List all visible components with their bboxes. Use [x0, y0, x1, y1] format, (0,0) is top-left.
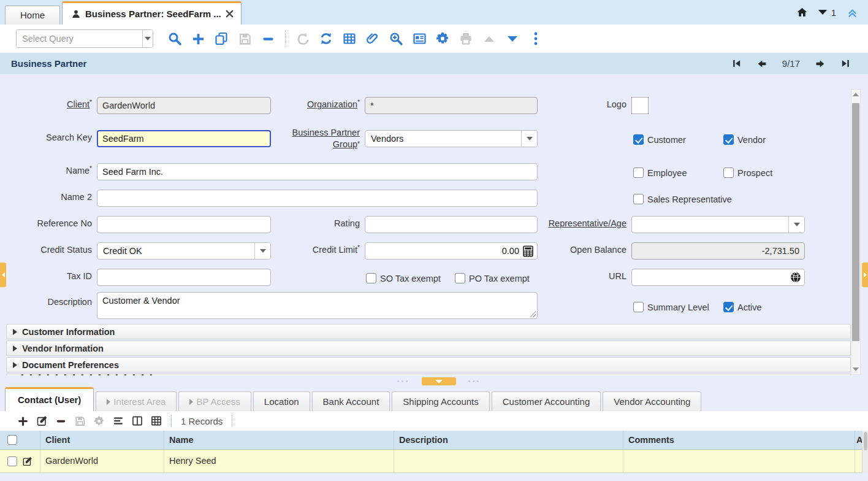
tab-vendor-accounting[interactable]: Vendor Accounting — [603, 391, 701, 411]
prospect-checkbox[interactable]: Prospect — [723, 167, 772, 178]
process-button[interactable] — [431, 29, 454, 48]
chevron-right-icon — [13, 345, 17, 352]
bp-group-dropdown-button[interactable] — [521, 131, 537, 147]
detail-columns-button[interactable] — [128, 413, 147, 429]
detail-list-toggle-button[interactable] — [108, 413, 128, 429]
tab-bp-access[interactable]: BP Access — [178, 391, 251, 411]
splitter-collapse-handle[interactable] — [422, 377, 456, 385]
client-label[interactable]: Client* — [12, 99, 92, 109]
close-icon[interactable] — [226, 10, 234, 18]
detail-grid-button[interactable] — [147, 413, 166, 429]
select-query-input[interactable] — [17, 30, 142, 47]
print-button[interactable] — [454, 29, 478, 48]
tax-id-field[interactable] — [97, 269, 271, 286]
row-checkbox[interactable] — [7, 456, 17, 466]
last-record-button[interactable] — [840, 58, 851, 69]
detail-delete-button[interactable] — [51, 413, 70, 429]
so-tax-exempt-checkbox[interactable]: SO Tax exempt — [366, 273, 441, 283]
calculator-icon[interactable] — [522, 245, 535, 258]
desktop-list-caret-icon[interactable] — [818, 10, 827, 15]
row-select-cell — [0, 450, 40, 472]
collapse-up-button[interactable] — [478, 29, 501, 48]
column-header-client[interactable]: Client — [40, 431, 164, 449]
credit-limit-field[interactable]: 0.00 — [365, 242, 538, 260]
table-row[interactable]: GardenWorld Henry Seed — [0, 450, 862, 473]
tab-location[interactable]: Location — [253, 391, 310, 411]
scroll-down-button[interactable] — [851, 364, 860, 374]
delete-record-button[interactable] — [256, 29, 280, 48]
detail-save-button[interactable] — [70, 413, 89, 429]
logo-image-box[interactable] — [631, 97, 649, 114]
select-all-checkbox[interactable] — [7, 435, 17, 445]
column-header-active-clipped[interactable]: A — [855, 431, 862, 449]
credit-status-value[interactable]: Credit OK — [97, 243, 254, 259]
copy-record-button[interactable] — [210, 29, 233, 48]
west-panel-toggle[interactable] — [0, 263, 6, 287]
section-document-preferences[interactable]: Document Preferences — [6, 357, 851, 372]
summary-level-checkbox[interactable]: Summary Level — [633, 302, 709, 312]
search-key-input[interactable] — [97, 130, 271, 147]
resize-handle-icon[interactable] — [530, 311, 536, 317]
scroll-up-button[interactable] — [851, 90, 860, 99]
form-scrollbar[interactable] — [851, 89, 861, 375]
column-header-comments[interactable]: Comments — [623, 431, 855, 449]
column-header-description[interactable]: Description — [394, 431, 623, 449]
url-field[interactable] — [631, 269, 805, 286]
detail-process-button[interactable] — [89, 413, 108, 429]
find-record-button[interactable] — [163, 29, 186, 48]
name2-field[interactable] — [97, 190, 538, 207]
sales-representative-checkbox[interactable]: Sales Representative — [633, 194, 732, 204]
report-button[interactable] — [408, 29, 431, 48]
scrollbar-thumb[interactable] — [864, 432, 867, 450]
representative-age-dropdown-button[interactable] — [788, 217, 804, 233]
zoom-across-button[interactable] — [384, 29, 408, 48]
tab-contact-user[interactable]: Contact (User) — [5, 387, 94, 411]
organization-label[interactable]: Organization* — [257, 99, 360, 109]
bp-group-value[interactable]: Vendors — [365, 131, 521, 147]
next-record-button[interactable] — [815, 58, 826, 69]
detail-new-button[interactable] — [13, 413, 32, 429]
tab-shipping-accounts[interactable]: Shipping Accounts — [392, 391, 489, 411]
reference-no-field[interactable] — [97, 216, 271, 233]
more-actions-button[interactable] — [524, 29, 547, 48]
previous-record-button[interactable] — [756, 58, 767, 69]
home-icon[interactable] — [796, 7, 808, 18]
grid-toggle-button[interactable] — [338, 29, 361, 48]
collapse-header-icon[interactable] — [847, 7, 858, 18]
tab-bank-account[interactable]: Bank Account — [312, 391, 390, 411]
tab-interest-area[interactable]: Interest Area — [96, 391, 177, 411]
description-textarea[interactable]: Customer & Vendor — [97, 292, 538, 319]
tab-customer-accounting[interactable]: Customer Accounting — [492, 391, 601, 411]
table-scrollbar[interactable] — [862, 431, 868, 473]
tab-business-partner[interactable]: Business Partner: SeedFarm ... — [62, 1, 242, 25]
first-record-button[interactable] — [731, 58, 742, 69]
name-field[interactable]: Seed Farm Inc. — [97, 163, 538, 180]
select-query-dropdown-button[interactable] — [142, 30, 153, 47]
open-balance-label: Open Balance — [539, 245, 626, 255]
globe-icon[interactable] — [790, 271, 802, 283]
representative-age-value[interactable] — [632, 217, 788, 233]
expand-down-button[interactable] — [501, 29, 524, 48]
active-checkbox[interactable]: Active — [723, 302, 762, 312]
tab-home[interactable]: Home — [5, 6, 60, 25]
section-customer-information[interactable]: Customer Information — [6, 324, 851, 339]
detail-edit-button[interactable] — [32, 413, 51, 429]
refresh-button[interactable] — [314, 29, 338, 48]
new-record-button[interactable] — [186, 29, 210, 48]
east-panel-toggle[interactable] — [862, 263, 868, 287]
vendor-checkbox[interactable]: Vendor — [723, 134, 766, 145]
bp-group-label[interactable]: Business PartnerGroup* — [257, 127, 360, 150]
rating-field[interactable] — [365, 216, 538, 233]
customer-checkbox[interactable]: Customer — [633, 134, 686, 145]
attachment-button[interactable] — [361, 29, 384, 48]
po-tax-exempt-checkbox[interactable]: PO Tax exempt — [455, 273, 530, 283]
scrollbar-thumb[interactable] — [852, 103, 859, 341]
horizontal-splitter[interactable] — [0, 375, 868, 387]
save-button[interactable] — [233, 29, 256, 48]
column-header-name[interactable]: Name — [164, 431, 394, 449]
employee-checkbox[interactable]: Employee — [633, 167, 687, 178]
edit-pencil-icon[interactable] — [22, 456, 33, 467]
representative-age-label[interactable]: Representative/Age — [530, 218, 626, 228]
undo-button[interactable] — [291, 29, 314, 48]
section-vendor-information[interactable]: Vendor Information — [6, 341, 851, 356]
